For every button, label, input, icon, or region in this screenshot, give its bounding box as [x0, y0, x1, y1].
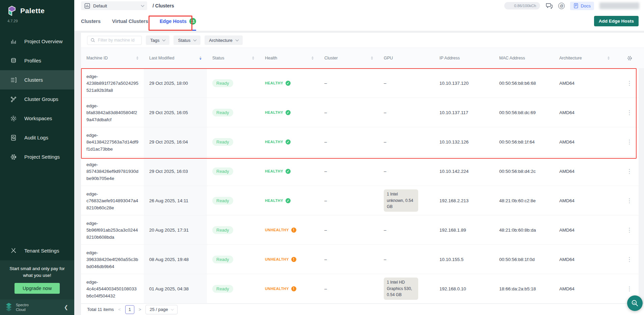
prev-page-button[interactable]: < — [118, 307, 121, 312]
machine-id-cell: edge-4c4c4544003450108033b6c04f504432 — [81, 274, 144, 303]
column-settings-gear[interactable] — [615, 48, 644, 68]
column-header-cluster[interactable]: Cluster — [319, 48, 378, 68]
column-header-status[interactable]: Status — [207, 48, 260, 68]
ip-address-cell: 192.168.2.213 — [434, 186, 494, 215]
table-row[interactable]: edge-4c4c4544003450108033b6c04f50443201 … — [81, 274, 644, 304]
table-row[interactable]: edge-396338420e4f260a55c3bbd046db9b6408 … — [81, 245, 644, 274]
upgrade-now-button[interactable]: Upgrade now — [15, 283, 60, 294]
help-widget-button[interactable] — [627, 295, 643, 311]
mac-address-cell: 00:50:56:b8:d4:2c — [494, 157, 554, 186]
sidebar-item-label: Workspaces — [24, 115, 52, 121]
gpu-cell: – — [378, 127, 434, 156]
sidebar-item-profiles[interactable]: Profiles — [0, 51, 74, 70]
page-size-select[interactable]: 25 / page — [145, 305, 177, 314]
sidebar-item-audit-logs[interactable]: Audit Logs — [0, 128, 74, 147]
architecture-cell: AMD64 — [554, 274, 615, 303]
tab-virtual-clusters[interactable]: Virtual Clusters — [112, 11, 148, 31]
brand-line2: Cloud — [16, 307, 29, 312]
status-badge: Ready — [212, 226, 233, 234]
ip-address-cell: 192.168.1.89 — [434, 215, 494, 244]
health-cell: HEALTHY✓ — [260, 127, 319, 156]
table-row[interactable]: edge-8e41384227563a7d14df9f1d1ac73bbe29 … — [81, 127, 644, 157]
user-menu-redacted[interactable] — [599, 2, 639, 9]
docs-button[interactable]: Docs — [570, 2, 594, 10]
gpu-cell: 1 Intel HD Graphics 530, 0.54 GB — [378, 274, 434, 303]
chat-icon[interactable] — [545, 2, 553, 9]
column-header-health[interactable]: Health — [260, 48, 319, 68]
topbar: Default / Clusters 0.86/100kCh @ Docs — [74, 0, 644, 11]
gpu-cell: – — [378, 245, 434, 274]
architecture-cell: AMD64 — [554, 157, 615, 186]
health-badge: HEALTHY✓ — [265, 169, 291, 174]
ip-address-cell: 10.10.155.5 — [434, 245, 494, 274]
tab-edge-hosts[interactable]: Edge Hosts 11 — [160, 11, 196, 31]
sidebar-item-tenant-settings[interactable]: Tenant Settings — [0, 241, 74, 260]
sort-icons[interactable] — [136, 56, 138, 60]
table-row[interactable]: edge-4238b891f7267a5024295521a92b3fa829 … — [81, 69, 644, 98]
upgrade-banner: Start small and only pay for what you us… — [0, 260, 74, 300]
page-number-button[interactable]: 1 — [125, 305, 134, 314]
tab-clusters[interactable]: Clusters — [81, 11, 101, 31]
chevron-down-icon — [171, 308, 173, 310]
sidebar-item-clusters[interactable]: Clusters — [0, 70, 74, 89]
project-chart-icon — [84, 3, 90, 9]
next-page-button[interactable]: > — [139, 307, 141, 312]
status-badge: Ready — [212, 167, 233, 175]
tab-label: Clusters — [81, 19, 101, 24]
project-selector[interactable]: Default — [81, 1, 147, 10]
whats-new-icon[interactable]: @ — [558, 3, 565, 9]
warning-circle-icon: ! — [291, 286, 296, 291]
gear-icon — [627, 55, 633, 61]
search-input[interactable] — [98, 38, 135, 43]
machine-id-search[interactable] — [87, 36, 142, 45]
status-badge: Ready — [212, 256, 233, 263]
book-icon — [573, 3, 579, 8]
sidebar-item-project-overview[interactable]: Project Overview — [0, 32, 74, 51]
sort-icons[interactable] — [252, 56, 254, 60]
search-icon — [90, 38, 95, 43]
status-badge: Ready — [212, 197, 233, 205]
status-cell: Ready — [207, 245, 260, 274]
column-header-last-modified[interactable]: Last Modified — [144, 48, 207, 68]
sidebar-item-project-settings[interactable]: Project Settings — [0, 147, 74, 166]
sidebar-item-workspaces[interactable]: Workspaces — [0, 109, 74, 128]
status-filter-dropdown[interactable]: Status — [173, 35, 200, 45]
table-row[interactable]: edge-bfa83842a83d8405804f29a47ddbafcf29 … — [81, 98, 644, 127]
clusters-list-icon — [10, 77, 17, 83]
check-circle-icon: ✓ — [286, 110, 291, 115]
architecture-filter-dropdown[interactable]: Architecture — [205, 35, 242, 45]
column-header-architecture[interactable]: Architecture — [554, 48, 615, 68]
sort-icons[interactable] — [608, 56, 610, 60]
cluster-cell: – — [319, 186, 378, 215]
ip-address-cell: 10.10.137.117 — [434, 98, 494, 127]
table-row[interactable]: edge-857438426ef9d9781930dbe90b705e4e29 … — [81, 157, 644, 186]
dropdown-label: Tags — [150, 38, 159, 43]
health-badge: UNHEALTHY! — [265, 228, 296, 233]
tags-filter-dropdown[interactable]: Tags — [146, 35, 169, 45]
scrollbar-gutter[interactable] — [639, 69, 644, 304]
warning-circle-icon: ! — [291, 228, 296, 233]
check-circle-icon: ✓ — [286, 169, 291, 174]
gpu-cell: – — [378, 69, 434, 98]
last-modified-cell: 01 Aug 2025, 04:38 — [144, 274, 207, 303]
magnifier-face-icon — [631, 299, 639, 307]
palette-logo-icon — [7, 5, 17, 16]
sort-icons[interactable] — [312, 56, 314, 60]
sidebar-item-cluster-groups[interactable]: Cluster Groups — [0, 89, 74, 109]
sort-icons[interactable] — [199, 56, 202, 60]
table-row[interactable]: edge-c76832aefe914893047a48210b60c28e26 … — [81, 186, 644, 215]
sort-icons[interactable] — [371, 56, 373, 60]
sidebar-collapse-chevron[interactable]: ❮ — [64, 304, 68, 310]
health-cell: HEALTHY✓ — [260, 69, 319, 98]
chevron-down-icon — [235, 38, 239, 42]
docs-label: Docs — [581, 3, 591, 8]
usage-badge: 0.86/100kCh — [504, 2, 540, 9]
ip-address-cell: 10.10.142.224 — [434, 157, 494, 186]
check-circle-icon: ✓ — [286, 198, 291, 203]
table-row[interactable]: edge-5b96f691ab253ca3c02448210b608bda20 … — [81, 215, 644, 245]
add-edge-hosts-button[interactable]: Add Edge Hosts — [594, 16, 639, 26]
column-header-machine-id[interactable]: Machine ID — [81, 48, 144, 68]
app-version: 4.7.29 — [7, 19, 74, 23]
tab-label: Virtual Clusters — [112, 19, 148, 24]
status-cell: Ready — [207, 215, 260, 244]
